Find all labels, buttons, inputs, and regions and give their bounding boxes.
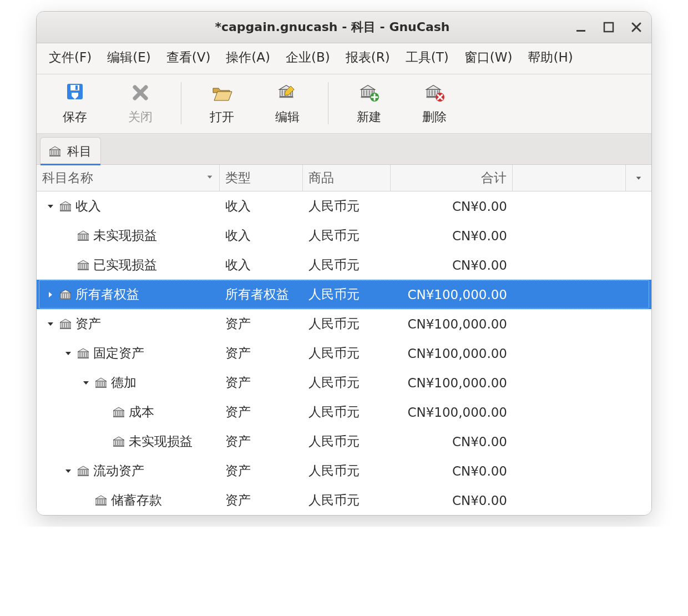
account-name-cell: 未实现损益	[37, 227, 220, 244]
sort-indicator-icon	[206, 173, 214, 183]
toolbar-open-label: 打开	[210, 109, 234, 125]
account-commodity: 人民币元	[303, 315, 391, 332]
toolbar-open[interactable]: 打开	[189, 79, 255, 128]
toolbar-save-label: 保存	[63, 109, 87, 125]
account-name: 已实现损益	[93, 256, 157, 274]
account-row[interactable]: 固定资产资产人民币元CN¥100,000.00	[37, 339, 651, 368]
toolbar: 保存 关闭 打开 编辑 新建	[37, 74, 651, 134]
svg-rect-11	[576, 30, 585, 32]
account-icon	[77, 466, 90, 477]
save-icon	[63, 82, 87, 103]
account-row[interactable]: 所有者权益所有者权益人民币元CN¥100,000.00	[37, 280, 651, 309]
menu-business[interactable]: 企业(B)	[286, 49, 330, 66]
chevron-down-icon	[64, 349, 73, 358]
menu-reports[interactable]: 报表(R)	[346, 49, 390, 66]
toolbar-new-label: 新建	[357, 109, 381, 125]
expander-placeholder	[63, 231, 73, 241]
expander-toggle[interactable]	[63, 466, 73, 476]
account-icon	[59, 319, 72, 330]
account-row[interactable]: 储蓄存款资产人民币元CN¥0.00	[37, 486, 651, 515]
toolbar-close-label: 关闭	[128, 109, 153, 125]
account-total: CN¥100,000.00	[402, 317, 513, 331]
account-row[interactable]: 成本资产人民币元CN¥100,000.00	[37, 397, 651, 427]
account-name: 收入	[75, 198, 101, 215]
maximize-button[interactable]	[603, 21, 615, 33]
account-name: 未实现损益	[93, 227, 157, 244]
col-picker[interactable]	[626, 165, 651, 191]
menu-tools[interactable]: 工具(T)	[406, 49, 449, 66]
col-type[interactable]: 类型	[220, 165, 303, 191]
account-icon	[77, 260, 90, 271]
account-type: 资产	[220, 433, 303, 450]
account-icon	[59, 289, 72, 300]
folder-open-icon	[210, 82, 234, 103]
account-name: 所有者权益	[75, 286, 139, 303]
account-name-cell: 固定资产	[37, 345, 220, 362]
account-name: 成本	[129, 403, 154, 421]
toolbar-delete-label: 删除	[422, 109, 447, 125]
account-type: 收入	[220, 198, 303, 215]
account-icon	[77, 230, 90, 241]
chevron-right-icon	[46, 290, 55, 299]
tab-accounts[interactable]: 科目	[40, 137, 101, 164]
account-icon	[112, 407, 125, 418]
tree-body: 收入收入人民币元CN¥0.00未实现损益收入人民币元CN¥0.00已实现损益收入…	[37, 191, 651, 515]
toolbar-save[interactable]: 保存	[42, 79, 108, 128]
toolbar-edit[interactable]: 编辑	[255, 79, 320, 128]
close-window-button[interactable]	[630, 21, 643, 33]
account-name-cell: 所有者权益	[37, 286, 220, 303]
account-commodity: 人民币元	[303, 256, 391, 274]
account-row[interactable]: 已实现损益收入人民币元CN¥0.00	[37, 250, 651, 280]
menu-help[interactable]: 帮助(H)	[528, 49, 573, 66]
col-total[interactable]: 合计	[391, 165, 513, 191]
col-type-label: 类型	[225, 169, 251, 186]
tree-header: 科目名称 类型 商品 合计	[37, 165, 651, 191]
account-total: CN¥0.00	[447, 229, 513, 243]
account-total: CN¥100,000.00	[402, 376, 513, 390]
expander-toggle[interactable]	[81, 378, 91, 388]
col-name[interactable]: 科目名称	[37, 165, 220, 191]
account-row[interactable]: 资产资产人民币元CN¥100,000.00	[37, 309, 651, 339]
toolbar-close[interactable]: 关闭	[108, 79, 173, 128]
toolbar-delete[interactable]: 删除	[402, 79, 467, 128]
menu-view[interactable]: 查看(V)	[166, 49, 211, 66]
menu-actions[interactable]: 操作(A)	[226, 49, 270, 66]
menu-file[interactable]: 文件(F)	[49, 49, 92, 66]
window-title: *capgain.gnucash - 科目 - GnuCash	[90, 19, 575, 36]
expander-toggle[interactable]	[45, 290, 55, 300]
account-total: CN¥100,000.00	[402, 405, 513, 420]
account-commodity: 人民币元	[303, 227, 391, 244]
chevron-down-icon	[82, 378, 90, 387]
account-total: CN¥100,000.00	[402, 346, 513, 361]
expander-toggle[interactable]	[63, 349, 73, 359]
account-name-cell: 成本	[37, 403, 220, 421]
menu-windows[interactable]: 窗口(W)	[464, 49, 513, 66]
new-account-icon	[357, 82, 381, 103]
toolbar-new[interactable]: 新建	[336, 79, 402, 128]
close-icon	[129, 82, 152, 103]
col-spacer	[513, 165, 626, 191]
expander-toggle[interactable]	[45, 201, 55, 211]
tabstrip: 科目	[37, 134, 651, 165]
account-name: 德加	[111, 374, 136, 391]
account-row[interactable]: 未实现损益收入人民币元CN¥0.00	[37, 221, 651, 250]
account-name-cell: 流动资产	[37, 462, 220, 479]
account-total: CN¥0.00	[447, 258, 513, 272]
col-commodity[interactable]: 商品	[303, 165, 391, 191]
account-row[interactable]: 流动资产资产人民币元CN¥0.00	[37, 456, 651, 486]
app-window: *capgain.gnucash - 科目 - GnuCash 文件(F) 编辑…	[36, 11, 652, 516]
account-row[interactable]: 未实现损益资产人民币元CN¥0.00	[37, 427, 651, 456]
edit-account-icon	[276, 82, 299, 103]
expander-toggle[interactable]	[45, 319, 55, 329]
svg-rect-12	[604, 23, 613, 32]
account-row[interactable]: 德加资产人民币元CN¥100,000.00	[37, 368, 651, 397]
account-type: 收入	[220, 227, 303, 244]
account-name: 流动资产	[93, 462, 144, 479]
toolbar-separator	[181, 82, 181, 124]
account-row[interactable]: 收入收入人民币元CN¥0.00	[37, 191, 651, 221]
account-name-cell: 资产	[37, 315, 220, 332]
account-total: CN¥0.00	[447, 199, 513, 214]
minimize-button[interactable]	[575, 21, 587, 33]
delete-account-icon	[423, 82, 446, 103]
menu-edit[interactable]: 编辑(E)	[107, 49, 150, 66]
